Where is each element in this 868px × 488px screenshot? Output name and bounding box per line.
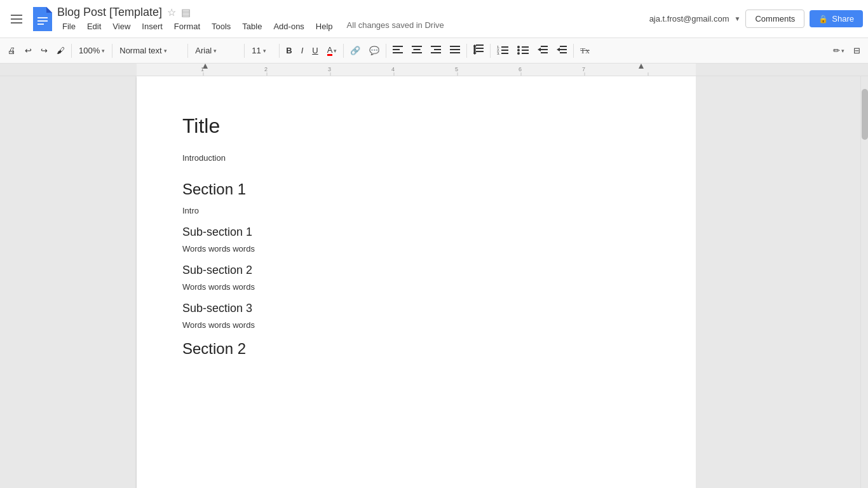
- text-color-icon: A: [327, 46, 333, 56]
- document-title: Title: [182, 114, 650, 138]
- paint-format-button[interactable]: 🖌: [53, 43, 69, 58]
- pen-icon: ✏: [833, 46, 840, 55]
- share-label: Share: [832, 14, 854, 24]
- svg-rect-41: [0, 64, 137, 76]
- svg-rect-36: [541, 52, 548, 53]
- font-dropdown[interactable]: Arial ▾: [191, 43, 241, 58]
- separator-7: [386, 44, 386, 58]
- section1-heading: Section 1: [182, 180, 650, 198]
- collapse-icon: ⊟: [853, 46, 860, 55]
- svg-rect-26: [501, 53, 508, 54]
- menu-edit[interactable]: Edit: [82, 20, 106, 32]
- align-justify-button[interactable]: [446, 43, 464, 58]
- redo-icon: ↪: [41, 46, 48, 55]
- numbered-list-icon: 1.2.3.: [497, 44, 508, 57]
- collapse-toolbar-button[interactable]: ⊟: [850, 43, 864, 58]
- underline-icon: U: [312, 46, 318, 55]
- color-caret: ▾: [334, 48, 337, 54]
- bold-icon: B: [286, 46, 292, 55]
- svg-marker-38: [557, 48, 560, 51]
- italic-button[interactable]: I: [297, 43, 308, 58]
- svg-rect-16: [450, 52, 460, 53]
- svg-point-29: [517, 49, 520, 51]
- menu-table[interactable]: Table: [237, 20, 267, 32]
- doc-title-row: Blog Post [Template] ☆ ▤: [57, 6, 649, 19]
- undo-icon: ↩: [25, 46, 32, 55]
- document-page[interactable]: Title Introduction Section 1 Intro Sub-s…: [137, 76, 696, 488]
- docs-icon: [33, 7, 52, 31]
- doc-title[interactable]: Blog Post [Template]: [57, 6, 162, 19]
- decrease-indent-button[interactable]: [534, 43, 552, 58]
- separator-10: [573, 44, 574, 58]
- menu-insert[interactable]: Insert: [137, 20, 168, 32]
- clear-format-button[interactable]: Tx: [576, 43, 593, 58]
- svg-rect-17: [476, 44, 484, 46]
- star-icon[interactable]: ☆: [167, 6, 176, 18]
- line-spacing-button[interactable]: [470, 42, 487, 59]
- style-dropdown[interactable]: Normal text ▾: [115, 43, 185, 58]
- comments-button[interactable]: Comments: [745, 10, 804, 28]
- svg-rect-40: [560, 52, 567, 53]
- folder-icon[interactable]: ▤: [181, 6, 191, 18]
- svg-rect-11: [431, 46, 441, 47]
- bullet-list-button[interactable]: [513, 42, 532, 59]
- separator-2: [112, 44, 112, 58]
- clear-format-icon: Tx: [580, 46, 589, 56]
- underline-button[interactable]: U: [308, 43, 322, 58]
- svg-rect-3: [37, 20, 48, 22]
- section2-heading: Section 2: [182, 340, 650, 358]
- bold-button[interactable]: B: [282, 43, 295, 58]
- menu-format[interactable]: Format: [169, 20, 205, 32]
- svg-text:2: 2: [264, 66, 268, 72]
- insert-comment-button[interactable]: 💬: [365, 43, 383, 58]
- scrollbar[interactable]: [860, 76, 868, 488]
- align-right-icon: [431, 45, 441, 56]
- svg-rect-18: [476, 48, 484, 49]
- increase-indent-button[interactable]: [553, 43, 571, 58]
- share-button[interactable]: 🔒 Share: [810, 10, 863, 27]
- numbered-list-button[interactable]: 1.2.3.: [493, 42, 512, 59]
- undo-button[interactable]: ↩: [21, 43, 36, 58]
- svg-rect-35: [541, 49, 548, 50]
- svg-rect-2: [37, 17, 48, 18]
- subsection1-body: Words words words: [182, 244, 650, 254]
- align-center-button[interactable]: [408, 43, 426, 58]
- user-email[interactable]: aja.t.frost@gmail.com: [649, 14, 729, 24]
- separator-6: [343, 44, 344, 58]
- svg-rect-13: [431, 52, 441, 53]
- text-color-button[interactable]: A ▾: [323, 43, 341, 58]
- share-lock-icon: 🔒: [818, 15, 828, 24]
- scrollbar-thumb[interactable]: [862, 89, 868, 140]
- separator-8: [466, 44, 467, 58]
- pen-color-button[interactable]: ✏ ▾: [829, 43, 848, 58]
- decrease-indent-icon: [538, 45, 548, 56]
- align-right-button[interactable]: [427, 43, 445, 58]
- menu-help[interactable]: Help: [311, 20, 338, 32]
- fontsize-dropdown[interactable]: 11 ▾: [247, 43, 276, 58]
- user-dropdown-icon[interactable]: ▼: [735, 15, 741, 22]
- svg-rect-30: [522, 50, 529, 51]
- print-button[interactable]: 🖨: [4, 43, 20, 58]
- redo-button[interactable]: ↪: [37, 43, 51, 58]
- paint-format-icon: 🖌: [57, 46, 65, 55]
- menu-tools[interactable]: Tools: [207, 20, 236, 32]
- align-left-button[interactable]: [389, 43, 407, 58]
- hamburger-icon[interactable]: [5, 8, 28, 30]
- document-introduction: Introduction: [182, 153, 650, 163]
- svg-rect-24: [501, 50, 508, 51]
- menu-addons[interactable]: Add-ons: [268, 20, 309, 32]
- align-left-icon: [393, 45, 403, 56]
- separator-5: [279, 44, 280, 58]
- style-caret: ▾: [164, 48, 167, 54]
- italic-icon: I: [301, 46, 304, 55]
- menu-file[interactable]: File: [57, 20, 81, 32]
- font-value: Arial: [195, 46, 212, 55]
- svg-rect-33: [541, 46, 548, 47]
- increase-indent-icon: [557, 45, 567, 56]
- zoom-dropdown[interactable]: 100% ▾: [74, 43, 109, 58]
- menu-view[interactable]: View: [107, 20, 135, 32]
- fontsize-caret: ▾: [263, 48, 266, 54]
- svg-rect-6: [393, 49, 400, 50]
- font-caret: ▾: [214, 48, 217, 54]
- insert-link-button[interactable]: 🔗: [346, 43, 364, 58]
